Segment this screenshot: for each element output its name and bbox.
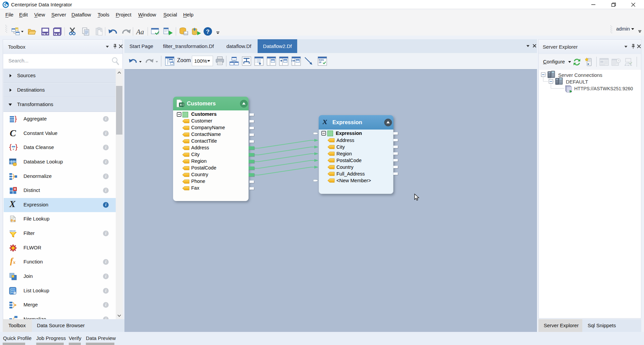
svg-text:?: ? bbox=[206, 29, 209, 35]
svg-text:10: 10 bbox=[319, 61, 321, 64]
svg-text:0101: 0101 bbox=[319, 59, 324, 61]
svg-text:10110: 10110 bbox=[9, 230, 15, 232]
svg-text:x: x bbox=[12, 147, 14, 151]
